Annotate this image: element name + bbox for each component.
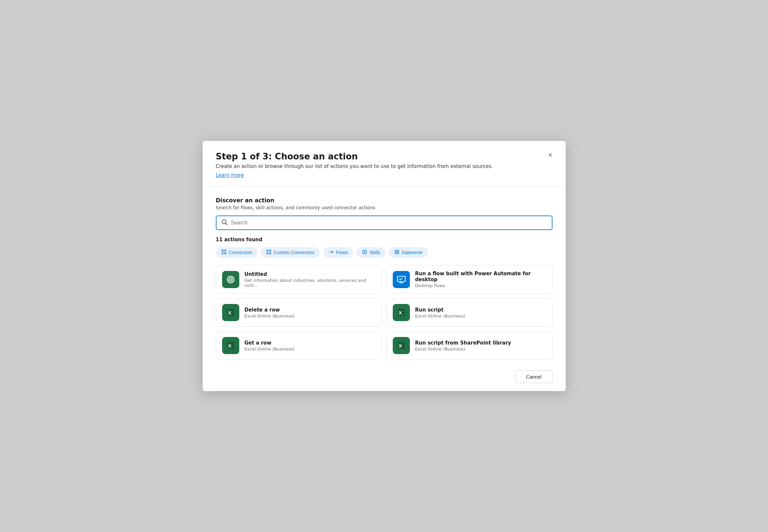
custom-connectors-icon <box>266 249 272 256</box>
action-info-delete-row: Delete a row Excel Online (Business) <box>245 307 295 318</box>
action-sub-delete-row: Excel Online (Business) <box>245 314 295 318</box>
action-name-run-script: Run script <box>415 307 465 313</box>
svg-point-6 <box>267 250 268 251</box>
action-info-untitled: Untitled Get information about industrie… <box>245 271 376 288</box>
dataverse-icon <box>394 249 400 256</box>
dialog-header: Step 1 of 3: Choose an action Create an … <box>203 141 566 186</box>
discover-title: Discover an action <box>216 197 552 204</box>
filter-tab-custom-connectors[interactable]: Custom Connectors <box>261 247 320 258</box>
dialog-title: Step 1 of 3: Choose an action <box>216 151 552 161</box>
svg-text:X: X <box>228 343 231 349</box>
flows-label: Flows <box>336 250 348 255</box>
search-icon <box>221 219 228 227</box>
custom-connectors-label: Custom Connectors <box>274 250 315 255</box>
dialog-body: Discover an action Search for flows, ski… <box>203 186 566 360</box>
dialog-subtitle: Create an action or browse through our l… <box>216 163 552 169</box>
cancel-button[interactable]: Cancel <box>515 370 552 383</box>
action-info-get-row: Get a row Excel Online (Business) <box>245 340 295 351</box>
dialog: Step 1 of 3: Choose an action Create an … <box>203 141 566 391</box>
svg-point-2 <box>222 250 223 251</box>
action-sub-get-row: Excel Online (Business) <box>245 347 295 351</box>
filter-tab-flows[interactable]: Flows <box>323 247 353 258</box>
learn-more-link[interactable]: Learn more <box>216 172 244 178</box>
action-name-get-row: Get a row <box>245 340 295 346</box>
filter-tab-skills[interactable]: Skills <box>356 247 385 258</box>
run-script-sharepoint-icon: X <box>393 337 410 354</box>
action-name-untitled: Untitled <box>245 271 376 277</box>
svg-text:X: X <box>228 310 231 316</box>
action-card-run-script[interactable]: X Run script Excel Online (Business) <box>386 298 552 327</box>
close-button[interactable]: × <box>546 150 555 160</box>
connectors-label: Connectors <box>229 250 252 255</box>
action-card-get-row[interactable]: X Get a row Excel Online (Business) <box>216 331 382 360</box>
actions-found-label: 11 actions found <box>216 237 552 243</box>
action-name-delete-row: Delete a row <box>245 307 295 313</box>
flows-icon <box>328 249 334 256</box>
get-row-icon: X <box>222 337 239 354</box>
skills-icon <box>362 249 367 256</box>
svg-point-7 <box>270 253 271 254</box>
action-sub-run-script-sharepoint: Excel Online (Business) <box>415 347 511 351</box>
filter-tab-connectors[interactable]: Connectors <box>216 247 258 258</box>
svg-point-8 <box>270 250 271 251</box>
action-sub-desktop-flow: Desktop flows <box>415 283 546 288</box>
action-card-delete-row[interactable]: X Delete a row Excel Online (Business) <box>216 298 382 327</box>
svg-point-5 <box>222 253 223 254</box>
svg-text:X: X <box>399 310 402 316</box>
action-card-untitled[interactable]: Untitled Get information about industrie… <box>216 265 382 294</box>
search-input[interactable] <box>231 220 547 226</box>
svg-point-4 <box>225 250 226 251</box>
action-info-run-script-sharepoint: Run script from SharePoint library Excel… <box>415 340 511 351</box>
delete-row-icon: X <box>222 304 239 321</box>
action-info-run-script: Run script Excel Online (Business) <box>415 307 465 318</box>
untitled-icon <box>222 271 239 288</box>
search-bar <box>216 216 552 230</box>
skills-label: Skills <box>369 250 380 255</box>
action-grid: Untitled Get information about industrie… <box>216 265 552 360</box>
svg-text:X: X <box>399 343 402 349</box>
action-sub-untitled: Get information about industries, soluti… <box>245 278 376 288</box>
svg-line-1 <box>225 223 227 225</box>
desktop-flow-icon <box>393 271 410 288</box>
svg-point-3 <box>225 253 226 254</box>
action-info-desktop-flow: Run a flow built with Power Automate for… <box>415 271 546 288</box>
dialog-footer: Cancel <box>203 364 566 391</box>
action-sub-run-script: Excel Online (Business) <box>415 314 465 318</box>
svg-point-14 <box>230 279 231 280</box>
run-script-icon: X <box>393 304 410 321</box>
action-name-desktop-flow: Run a flow built with Power Automate for… <box>415 271 546 283</box>
dataverse-label: Dataverse <box>402 250 423 255</box>
filter-tab-dataverse[interactable]: Dataverse <box>389 247 428 258</box>
filter-tabs: Connectors Custom Connectors <box>216 247 552 258</box>
action-name-run-script-sharepoint: Run script from SharePoint library <box>415 340 511 346</box>
connectors-icon <box>221 249 227 256</box>
action-card-desktop-flow[interactable]: Run a flow built with Power Automate for… <box>386 265 552 294</box>
svg-point-9 <box>267 253 268 254</box>
discover-subtitle: Search for flows, skill actions, and com… <box>216 205 552 210</box>
action-card-run-script-sharepoint[interactable]: X Run script from SharePoint library Exc… <box>386 331 552 360</box>
